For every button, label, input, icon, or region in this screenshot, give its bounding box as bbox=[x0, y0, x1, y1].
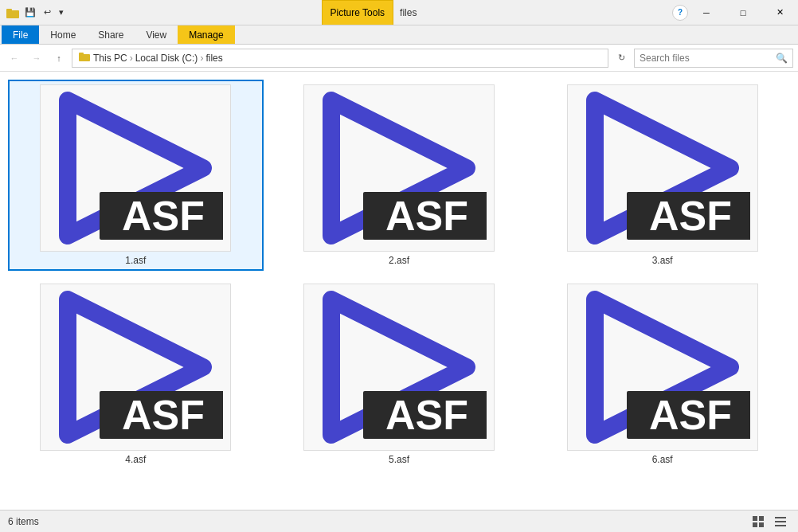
status-bar: 6 items bbox=[0, 510, 798, 532]
maximize-button[interactable]: □ bbox=[725, 0, 761, 25]
path-files: files bbox=[205, 53, 222, 64]
file-thumbnail: ASF bbox=[303, 84, 495, 252]
title-bar-left: 💾 ↩ ▾ bbox=[0, 0, 72, 25]
window-title: files bbox=[393, 7, 423, 18]
forward-button[interactable]: → bbox=[27, 49, 46, 68]
close-button[interactable]: ✕ bbox=[761, 0, 798, 25]
svg-rect-28 bbox=[775, 525, 786, 526]
svg-rect-26 bbox=[775, 517, 786, 518]
file-item[interactable]: ASF 1.asf bbox=[8, 80, 264, 271]
file-item[interactable]: ASF 5.asf bbox=[272, 279, 527, 470]
svg-text:ASF: ASF bbox=[649, 193, 732, 239]
picture-tools-label: Picture Tools bbox=[322, 0, 393, 25]
path-folder-icon bbox=[79, 52, 90, 64]
file-name: 6.asf bbox=[652, 454, 673, 465]
folder-icon bbox=[6, 6, 19, 19]
search-icon: 🔍 bbox=[776, 53, 788, 64]
file-name: 5.asf bbox=[389, 454, 409, 465]
file-name: 2.asf bbox=[389, 255, 409, 266]
file-thumbnail: ASF bbox=[40, 84, 231, 252]
quick-save-btn[interactable]: 💾 bbox=[22, 6, 38, 19]
svg-rect-23 bbox=[759, 516, 764, 521]
svg-text:ASF: ASF bbox=[122, 392, 205, 438]
file-grid: ASF 1.asf ASF 2.asf ASF 3.asf ASF 4.asf bbox=[0, 72, 798, 510]
file-thumbnail: ASF bbox=[567, 284, 758, 451]
path-sep-2: › bbox=[200, 53, 203, 64]
help-button[interactable]: ? bbox=[672, 5, 688, 21]
details-view-button[interactable] bbox=[771, 514, 790, 530]
view-controls bbox=[749, 514, 790, 530]
file-name: 4.asf bbox=[125, 454, 146, 465]
title-bar: 💾 ↩ ▾ Picture Tools files ? ─ □ ✕ bbox=[0, 0, 798, 25]
customize-btn[interactable]: ▾ bbox=[57, 6, 66, 19]
file-name: 1.asf bbox=[125, 255, 146, 266]
svg-text:ASF: ASF bbox=[385, 193, 468, 239]
svg-rect-3 bbox=[79, 53, 84, 56]
file-thumbnail: ASF bbox=[567, 84, 758, 252]
tab-share[interactable]: Share bbox=[87, 25, 135, 44]
tab-file[interactable]: File bbox=[2, 25, 39, 44]
undo-btn[interactable]: ↩ bbox=[41, 6, 53, 19]
minimize-button[interactable]: ─ bbox=[688, 0, 725, 25]
title-center: Picture Tools files bbox=[72, 0, 672, 25]
svg-text:ASF: ASF bbox=[385, 392, 468, 438]
file-item[interactable]: ASF 6.asf bbox=[534, 279, 790, 470]
path-local-disk: Local Disk (C:) bbox=[135, 53, 198, 64]
file-item[interactable]: ASF 3.asf bbox=[534, 80, 790, 271]
large-icons-view-button[interactable] bbox=[749, 514, 768, 530]
tab-view[interactable]: View bbox=[135, 25, 178, 44]
svg-text:ASF: ASF bbox=[122, 193, 205, 239]
svg-rect-25 bbox=[759, 522, 764, 527]
file-thumbnail: ASF bbox=[303, 284, 495, 451]
file-item[interactable]: ASF 2.asf bbox=[272, 80, 527, 271]
file-name: 3.asf bbox=[652, 255, 673, 266]
svg-rect-27 bbox=[775, 521, 786, 522]
search-input[interactable] bbox=[640, 53, 776, 64]
svg-rect-1 bbox=[6, 9, 12, 12]
file-item[interactable]: ASF 4.asf bbox=[8, 279, 264, 470]
search-box[interactable]: 🔍 bbox=[634, 49, 793, 68]
path-this-pc: This PC bbox=[93, 53, 127, 64]
svg-rect-22 bbox=[753, 516, 757, 521]
back-button[interactable]: ← bbox=[5, 49, 24, 68]
items-count: 6 items bbox=[8, 516, 39, 527]
address-bar: ← → ↑ This PC › Local Disk (C:) › files … bbox=[0, 45, 798, 72]
path-sep-1: › bbox=[130, 53, 133, 64]
tab-home[interactable]: Home bbox=[39, 25, 87, 44]
svg-text:ASF: ASF bbox=[649, 392, 732, 438]
file-thumbnail: ASF bbox=[40, 284, 231, 451]
ribbon-tabs: File Home Share View Manage bbox=[0, 25, 798, 45]
title-bar-right: ? ─ □ ✕ bbox=[672, 0, 798, 25]
tab-manage[interactable]: Manage bbox=[178, 25, 234, 44]
refresh-button[interactable]: ↻ bbox=[612, 49, 631, 68]
svg-rect-24 bbox=[753, 522, 757, 527]
address-path[interactable]: This PC › Local Disk (C:) › files bbox=[72, 49, 608, 68]
up-button[interactable]: ↑ bbox=[49, 49, 68, 68]
